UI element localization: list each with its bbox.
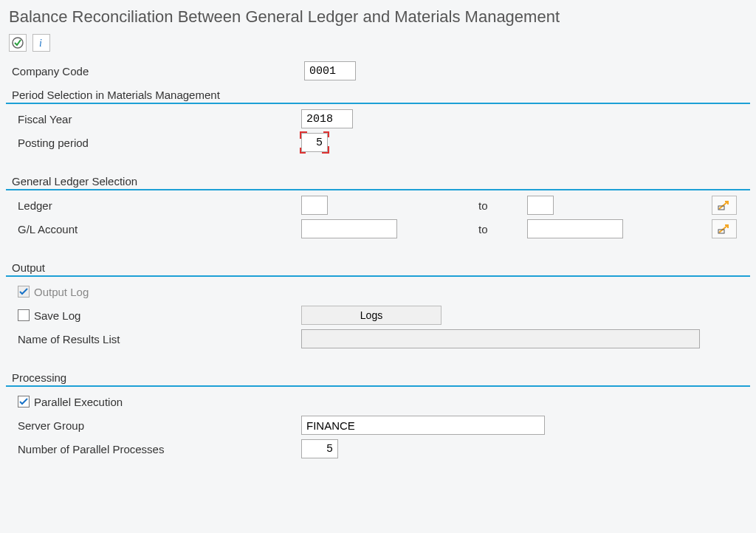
gl-account-from-input[interactable]	[301, 219, 397, 238]
multiselect-icon	[718, 200, 731, 210]
gl-account-to-label: to	[461, 223, 527, 235]
company-code-input[interactable]	[304, 61, 356, 80]
page-title: Balance Reconciliation Between General L…	[9, 7, 747, 27]
gl-account-multiselect-button[interactable]	[712, 219, 737, 238]
save-log-label: Save Log	[34, 309, 80, 322]
processing-group: Processing Parallel Execution Server Gro…	[6, 370, 750, 464]
save-log-checkbox[interactable]	[18, 309, 30, 321]
fiscal-year-input[interactable]	[301, 109, 353, 128]
svg-text:i: i	[39, 38, 42, 48]
gl-selection-title: General Ledger Selection	[6, 173, 750, 190]
results-list-input	[301, 329, 700, 348]
ledger-from-input[interactable]	[301, 196, 328, 215]
info-button[interactable]: i	[32, 34, 50, 52]
server-group-input[interactable]	[301, 416, 545, 435]
output-title: Output	[6, 260, 750, 277]
gl-selection-group: General Ledger Selection Ledger to G/L A…	[6, 173, 750, 244]
multiselect-icon	[718, 224, 731, 234]
gl-account-to-input[interactable]	[527, 219, 623, 238]
processing-title: Processing	[6, 370, 750, 387]
ledger-multiselect-button[interactable]	[712, 196, 737, 215]
info-icon: i	[36, 38, 47, 48]
app-toolbar: i	[9, 31, 747, 58]
fiscal-year-label: Fiscal Year	[6, 113, 301, 125]
ledger-to-label: to	[461, 199, 527, 212]
parallel-procs-label: Number of Parallel Processes	[6, 443, 301, 455]
ledger-label: Ledger	[6, 199, 301, 212]
parallel-procs-input[interactable]	[301, 439, 338, 458]
execute-button[interactable]	[9, 34, 27, 52]
results-list-label: Name of Results List	[6, 333, 301, 345]
output-group: Output Output Log Save Log Logs Name of …	[6, 260, 750, 354]
output-log-checkbox	[18, 286, 30, 298]
ledger-to-input[interactable]	[527, 196, 554, 215]
period-selection-group: Period Selection in Materials Management…	[6, 87, 750, 157]
server-group-label: Server Group	[6, 419, 301, 432]
gl-account-label: G/L Account	[6, 223, 301, 235]
company-code-label: Company Code	[6, 65, 304, 78]
output-log-label: Output Log	[34, 286, 89, 298]
parallel-execution-label: Parallel Execution	[34, 396, 123, 408]
execute-icon	[11, 36, 24, 49]
posting-period-label: Posting period	[6, 137, 301, 149]
period-selection-title: Period Selection in Materials Management	[6, 87, 750, 104]
parallel-execution-checkbox[interactable]	[18, 396, 30, 408]
logs-button[interactable]: Logs	[301, 306, 441, 325]
